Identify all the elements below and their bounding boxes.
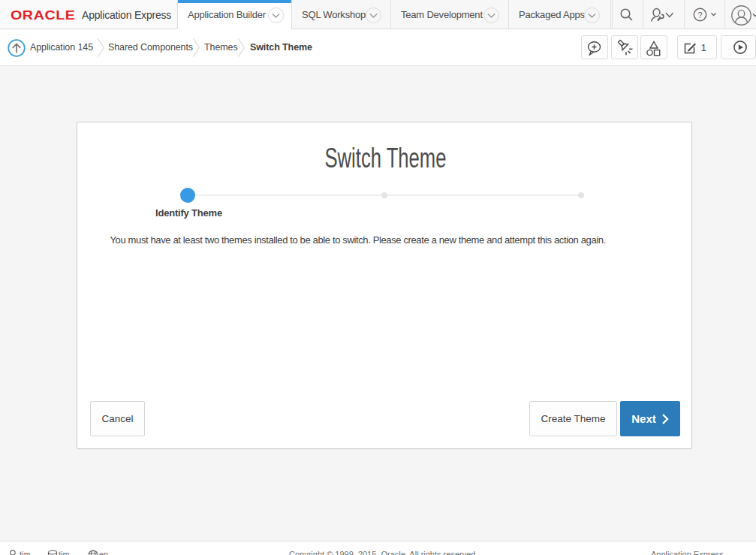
svg-text:?: ? xyxy=(697,11,702,20)
svg-text:Switch Theme: Switch Theme xyxy=(325,143,447,173)
